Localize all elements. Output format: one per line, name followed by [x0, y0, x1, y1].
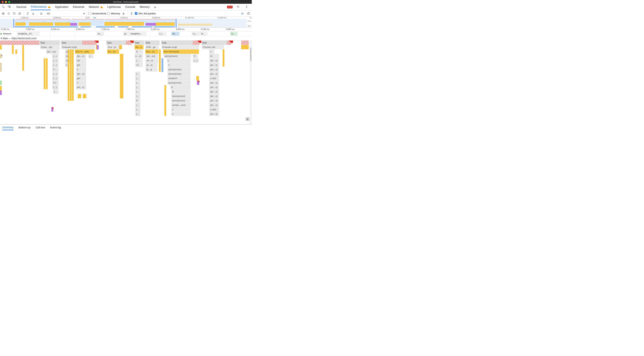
flame-frame[interactable]: get: [76, 76, 86, 80]
timeline-overview[interactable]: 1,160 ms 3,160 ms 5,16 ms 7,160 ms 9,160…: [0, 16, 252, 27]
network-request[interactable]: ce…: [97, 32, 104, 35]
flame-frame[interactable]: (…: [135, 85, 140, 89]
flame-frame[interactable]: YU: [52, 81, 59, 85]
flame-frame[interactable]: (…: [135, 76, 140, 80]
btab-calltree[interactable]: Call tree: [36, 125, 45, 130]
flame-task[interactable]: Task: [145, 40, 160, 45]
upload-profile-icon[interactable]: [26, 11, 30, 16]
flame-frame[interactable]: N: [170, 85, 191, 89]
flame-frame[interactable]: (an…s): [209, 85, 219, 89]
flame-frame[interactable]: Run…ks: [145, 49, 158, 54]
flame-frame[interactable]: x.next: [209, 76, 219, 80]
flame-frame[interactable]: (an…s): [209, 112, 219, 116]
flame-frame[interactable]: (an…s): [209, 98, 219, 103]
flame-frame[interactable]: (anonymous): [171, 98, 191, 103]
flame-frame[interactable]: (…: [135, 112, 140, 116]
lane-collapse-icon[interactable]: ▼: [0, 37, 3, 40]
flame-frame[interactable]: Ru…ks: [107, 49, 119, 54]
flame-frame[interactable]: (an…s): [209, 103, 219, 107]
dim-input[interactable]: [135, 12, 137, 15]
flame-frame[interactable]: Run m…asks: [75, 49, 94, 54]
flame-frame[interactable]: H: [135, 49, 143, 54]
record-toggle-icon[interactable]: [1, 11, 6, 16]
network-request[interactable]: recaptcha…: [130, 32, 146, 35]
flame-frame[interactable]: B: [171, 89, 191, 94]
flame-frame[interactable]: h: [76, 81, 86, 85]
network-request[interactable]: be…: [172, 32, 179, 35]
more-tabs-icon[interactable]: »: [154, 4, 156, 10]
flame-frame[interactable]: (anonymous): [168, 72, 191, 76]
overview-handle-left[interactable]: [13, 19, 14, 27]
dim-3rd-parties-checkbox[interactable]: Dim 3rd parties: [135, 12, 156, 15]
flame-frame[interactable]: (a…s): [146, 63, 158, 67]
flame-frame[interactable]: (…: [88, 54, 94, 58]
flame-frame[interactable]: (…): [52, 72, 59, 76]
device-toolbar-icon[interactable]: [6, 5, 12, 9]
flame-frame[interactable]: (…: [53, 89, 59, 94]
flame-frame[interactable]: (an…s): [76, 54, 86, 58]
flame-frame[interactable]: (an…us): [146, 54, 158, 58]
flame-frame[interactable]: Evaluate script: [162, 45, 199, 49]
flame-frame[interactable]: Jc: [209, 54, 219, 58]
btab-eventlog[interactable]: Event log: [50, 125, 61, 130]
flame-frame[interactable]: v: [171, 107, 191, 112]
network-request[interactable]: cr…: [230, 32, 237, 35]
overview-body[interactable]: [0, 19, 247, 27]
tab-console[interactable]: Console: [125, 4, 135, 10]
flame-frame[interactable]: Ru…s: [134, 45, 144, 49]
flame-frame[interactable]: Eva…pt: [107, 45, 119, 49]
flame-frame[interactable]: XHR…ge: [145, 45, 159, 49]
flame-frame[interactable]: x.next: [209, 107, 219, 112]
screenshots-checkbox[interactable]: Screenshots: [88, 12, 106, 15]
clear-icon[interactable]: [18, 11, 22, 16]
overview-handle-right[interactable]: [176, 19, 176, 27]
flame-task[interactable]: [241, 40, 249, 45]
flame-frame[interactable]: [241, 45, 249, 49]
network-request[interactable]: recaptcha__d7..: [17, 32, 40, 35]
tab-lighthouse[interactable]: Lighthouse: [108, 4, 121, 10]
flame-frame[interactable]: (…: [135, 103, 140, 107]
settings-gear-icon[interactable]: [235, 5, 241, 9]
flame-frame[interactable]: (…: [135, 94, 140, 98]
flame-frame[interactable]: compo…ount: [171, 103, 191, 107]
flame-frame[interactable]: [196, 76, 199, 80]
reload-record-icon[interactable]: [12, 11, 16, 16]
flame-frame[interactable]: (an…s): [209, 72, 219, 76]
errors-badge[interactable]: ✕ 2: [227, 6, 232, 8]
flame-frame[interactable]: se…re: [146, 58, 158, 63]
flame-frame[interactable]: (an…s): [209, 94, 219, 98]
inspect-element-icon[interactable]: [0, 5, 6, 9]
flame-frame[interactable]: (…): [52, 54, 59, 58]
network-request[interactable]: c (…: [192, 32, 200, 35]
tab-application[interactable]: Application: [55, 4, 68, 10]
flame-frame[interactable]: Run microtasks: [163, 49, 199, 54]
tab-performance[interactable]: Performance: [31, 4, 51, 10]
capture-settings-icon[interactable]: [240, 11, 244, 16]
flame-frame[interactable]: v: [167, 58, 191, 63]
flame-frame[interactable]: init: [76, 58, 86, 63]
flame-frame[interactable]: h: [76, 67, 86, 71]
flame-frame[interactable]: (an…s): [209, 63, 219, 67]
flame-frame[interactable]: (an…us): [46, 49, 59, 54]
detail-time-ruler[interactable]: 5,160 ms 5,660 ms 6,160 ms 6,660 ms 7,16…: [0, 27, 252, 31]
collapse-icon[interactable]: [129, 11, 134, 16]
flame-frame[interactable]: V…: [52, 67, 59, 71]
flame-frame[interactable]: (an…s): [209, 89, 219, 94]
screenshots-input[interactable]: [88, 12, 91, 15]
flame-frame[interactable]: (…): [52, 76, 59, 80]
tab-elements[interactable]: Elements: [73, 4, 84, 10]
home-icon[interactable]: [39, 11, 44, 16]
help-icon[interactable]: [246, 11, 251, 16]
flame-scrollbar[interactable]: [250, 40, 252, 124]
flame-task[interactable]: Task: [201, 40, 231, 45]
flame-frame[interactable]: C: [193, 54, 198, 58]
flame-frame[interactable]: (an…s): [209, 67, 219, 71]
tab-sources[interactable]: Sources: [16, 4, 26, 10]
flame-frame[interactable]: J: [209, 49, 214, 54]
network-request[interactable]: sy.: [123, 32, 130, 35]
flame-task[interactable]: Task: [40, 40, 60, 45]
flame-frame[interactable]: I.Z: [135, 63, 143, 67]
flame-frame[interactable]: (an…s): [209, 81, 219, 85]
flame-frame[interactable]: Function call: [202, 45, 224, 49]
flame-frame[interactable]: (…): [193, 58, 199, 63]
